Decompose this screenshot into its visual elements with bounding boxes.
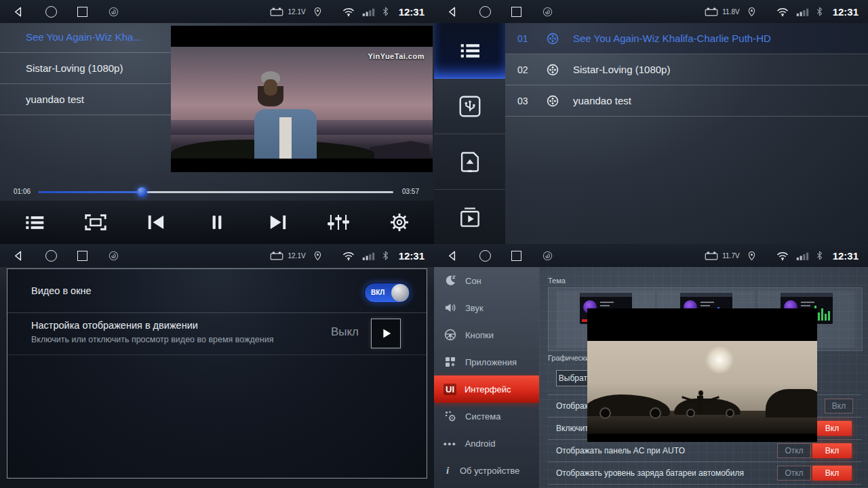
sun-glow [704, 346, 735, 373]
car-silhouette [766, 389, 817, 418]
sidebar-item-system[interactable]: Система [434, 403, 539, 430]
recents-icon[interactable] [77, 251, 87, 261]
settings-button[interactable] [379, 206, 420, 239]
car-battery-icon [705, 251, 718, 260]
pause-button[interactable] [197, 206, 237, 239]
track-number: 01 [517, 33, 546, 44]
back-icon[interactable] [446, 5, 459, 18]
track-row[interactable]: 02 Sistar-Loving (1080p) [505, 54, 868, 85]
playlist: See You Again-Wiz Kha... Sistar-Loving (… [0, 22, 171, 115]
next-icon [267, 213, 290, 232]
voltage-readout: 12.1V [288, 8, 305, 16]
ellipsis-icon: ••• [443, 439, 457, 449]
presenter-silhouette [697, 396, 703, 413]
video-surface[interactable]: YinYueTai.com [171, 26, 433, 172]
back-icon[interactable] [446, 249, 459, 262]
quad-screenshot-grid: 12.1V 12:31 See You Again-Wiz Kha... Sis… [0, 0, 868, 488]
music-video-frame: YinYueTai.com [171, 47, 433, 159]
sidebar-item-sleep[interactable]: Сон [434, 267, 539, 294]
recents-icon[interactable] [511, 7, 521, 17]
gps-pin-icon [747, 7, 757, 17]
steering-wheel-icon [443, 328, 457, 342]
list-icon [458, 41, 481, 60]
fullscreen-button[interactable] [75, 206, 116, 239]
sidebar-item-android[interactable]: ••• Android [434, 430, 539, 457]
back-icon[interactable] [12, 249, 25, 262]
home-icon[interactable] [479, 6, 491, 18]
voltage-readout: 11.7V [722, 252, 739, 260]
home-icon[interactable] [45, 6, 57, 18]
clock: 12:31 [399, 250, 425, 262]
seek-bar[interactable]: 01:06 03:57 [0, 186, 434, 198]
playlist-item[interactable]: Sistar-Loving (1080p) [0, 53, 171, 84]
signal-bars-icon [796, 251, 809, 260]
back-icon[interactable] [12, 5, 25, 18]
sidebar-item-about[interactable]: i Об устройстве [434, 457, 539, 484]
sidebar-item-apps[interactable]: Приложения [434, 348, 539, 375]
home-icon[interactable] [45, 250, 57, 262]
watermark: YinYueTai.com [368, 52, 425, 60]
previous-button[interactable] [136, 206, 176, 239]
screen-off-spiral-icon[interactable] [542, 6, 553, 18]
on-button[interactable]: Вкл [812, 421, 852, 436]
screen-off-spiral-icon[interactable] [108, 250, 119, 262]
car-battery-icon [270, 7, 283, 16]
recents-icon[interactable] [511, 251, 521, 261]
sidebar-item-buttons[interactable]: Кнопки [434, 321, 539, 348]
motion-setting-button[interactable] [371, 319, 401, 348]
house-silhouette [370, 141, 429, 159]
sidebar-item-playlist[interactable] [434, 23, 505, 79]
gps-pin-icon [313, 251, 323, 261]
setting-row-video-in-window: Видео в окне ВКЛ [7, 272, 427, 313]
sidebar-item-usb[interactable] [434, 79, 505, 134]
sidebar-item-sdcard[interactable] [434, 134, 505, 190]
screen-off-spiral-icon[interactable] [542, 250, 553, 262]
car-video-frame [587, 341, 817, 434]
playlist-item[interactable]: yuandao test [0, 84, 171, 115]
playlist-item[interactable]: See You Again-Wiz Kha... [0, 22, 171, 53]
floating-video-window[interactable] [587, 308, 817, 442]
play-icon [378, 325, 394, 342]
home-icon[interactable] [479, 250, 491, 262]
car-battery-icon [270, 251, 283, 260]
sidebar-item-sound[interactable]: Звук [434, 294, 539, 321]
track-row[interactable]: 03 yuandao test [505, 85, 868, 117]
on-button[interactable]: Вкл [812, 466, 852, 481]
status-bar: 12.1V 12:31 [0, 0, 434, 23]
section-label-theme: Тема [548, 277, 566, 285]
track-title: yuandao test [573, 95, 631, 106]
signal-bars-icon [362, 7, 375, 16]
moon-icon [443, 274, 457, 287]
on-button[interactable]: Вкл [825, 399, 853, 413]
video-settings-screen: 12.1V 12:31 Видео в окне ВКЛ Настройка о… [0, 244, 434, 488]
video-in-window-toggle[interactable]: ВКЛ [364, 283, 410, 303]
ui-badge-icon: UI [443, 384, 456, 395]
seek-track[interactable] [39, 191, 393, 193]
track-row[interactable]: 01 See You Again-Wiz Khalifa-Charlie Put… [505, 23, 868, 54]
screen-off-spiral-icon[interactable] [108, 6, 119, 18]
equalizer-button[interactable] [318, 206, 359, 239]
status-bar: 12.1V 12:31 [0, 244, 434, 267]
wifi-icon [342, 251, 355, 261]
next-button[interactable] [258, 206, 298, 239]
off-button[interactable]: Откл [777, 443, 811, 458]
signal-bars-icon [796, 7, 809, 16]
bluetooth-icon [382, 6, 389, 17]
seek-knob[interactable] [137, 187, 147, 197]
sidebar-item-video-folder[interactable] [434, 190, 505, 244]
playlist-button[interactable] [14, 206, 55, 239]
equalizer-icon [326, 212, 351, 232]
system-gears-icon [443, 409, 457, 423]
setting-title: Настройка отображения в движении [31, 320, 198, 331]
track-list: 01 See You Again-Wiz Khalifa-Charlie Put… [505, 23, 868, 117]
sidebar-item-interface[interactable]: UI Интерфейс [434, 375, 539, 403]
wifi-icon [776, 7, 789, 17]
car-battery-icon [705, 7, 718, 16]
usb-icon [457, 94, 483, 119]
recents-icon[interactable] [77, 7, 87, 17]
on-button[interactable]: Вкл [812, 443, 852, 458]
off-button[interactable]: Откл [777, 466, 811, 481]
track-number: 03 [517, 96, 546, 106]
settings-panel: Видео в окне ВКЛ Настройка отображения в… [7, 268, 427, 479]
voltage-readout: 11.8V [722, 8, 739, 16]
